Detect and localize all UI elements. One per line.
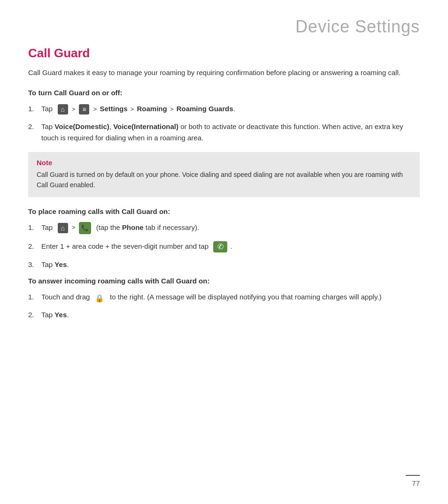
step-2-part3: 2. Tap Yes. — [28, 309, 420, 321]
step-1-part2: 1. Tap > (tap the Phone tab if necessary… — [28, 222, 420, 234]
divider-line — [406, 475, 420, 476]
step-2-part2: 2. Enter 1 + area code + the seven-digit… — [28, 241, 420, 252]
note-title: Note — [37, 159, 411, 167]
note-text: Call Guard is turned on by default on yo… — [37, 169, 411, 191]
intro-text: Call Guard makes it easy to manage your … — [28, 67, 420, 78]
subheading-answer-calls: To answer incoming roaming calls with Ca… — [28, 277, 420, 285]
phone-icon — [79, 222, 91, 234]
section-heading: Call Guard — [28, 46, 420, 61]
chevron-icon-1: > — [72, 106, 76, 113]
page-title: Device Settings — [0, 0, 448, 46]
menu-icon — [79, 104, 89, 115]
step-2-part1: 2. Tap Voice(Domestic), Voice(Internatio… — [28, 121, 420, 144]
call-button-icon — [213, 241, 227, 252]
lock-icon — [95, 292, 105, 303]
subheading-turn-on-off: To turn Call Guard on or off: — [28, 89, 420, 97]
page-number: 77 — [412, 479, 420, 487]
step-1-part1: 1. Tap > > Settings > Roaming > Roaming … — [28, 103, 420, 115]
home-icon — [58, 104, 68, 115]
home-icon-2 — [58, 223, 68, 233]
step-3-part2: 3. Tap Yes. — [28, 259, 420, 270]
subheading-place-calls: To place roaming calls with Call Guard o… — [28, 207, 420, 215]
note-box: Note Call Guard is turned on by default … — [28, 152, 420, 197]
step-1-part3: 1. Touch and drag to the right. (A messa… — [28, 291, 420, 303]
